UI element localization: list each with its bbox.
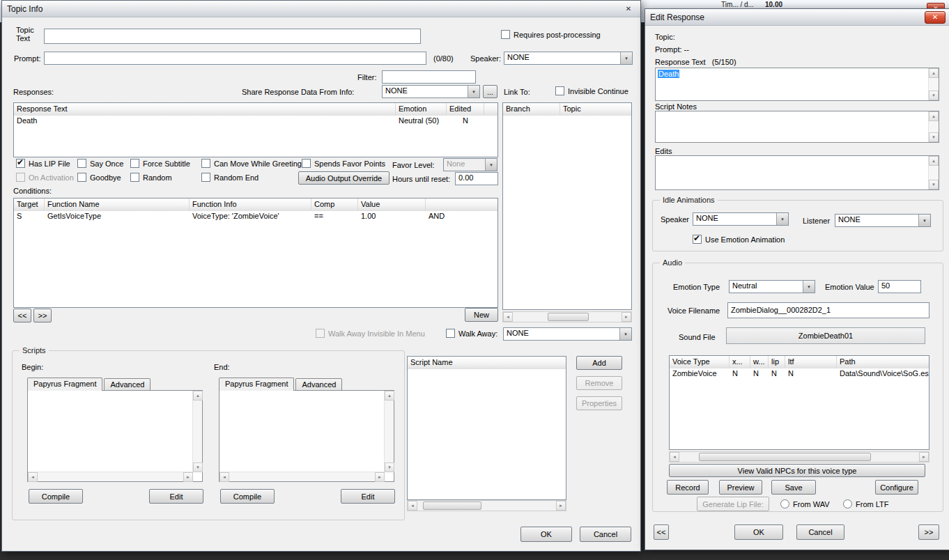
filter-input[interactable] [382, 70, 476, 84]
voice-row[interactable]: ZombieVoice N N N N Data\Sound\Voice\SoG… [670, 368, 929, 380]
hours-until-reset-input[interactable]: 0.00 [455, 172, 498, 185]
column-header-edited[interactable]: Edited [447, 103, 484, 115]
tab-begin-papyrus-fragment[interactable]: Papyrus Fragment [27, 378, 102, 391]
conditions-next-button[interactable]: >> [33, 309, 52, 322]
scroll-down-icon[interactable] [929, 180, 939, 189]
script-notes-editor[interactable] [655, 111, 939, 143]
preview-button[interactable]: Preview [719, 480, 762, 495]
idle-listener-dropdown[interactable]: NONE [835, 214, 931, 227]
column-header-voice-type[interactable]: Voice Type [670, 356, 730, 368]
scroll-left-icon[interactable] [670, 452, 679, 462]
speaker-dropdown[interactable]: NONE [504, 52, 633, 65]
can-move-while-greeting-checkbox[interactable]: Can Move While Greeting [201, 159, 302, 168]
topic-info-close-icon[interactable] [622, 3, 635, 15]
say-once-checkbox[interactable]: Say Once [77, 159, 123, 168]
scroll-up-icon[interactable] [929, 111, 939, 121]
spends-favor-box[interactable] [302, 159, 311, 168]
invisible-continue-box[interactable] [555, 86, 564, 95]
edits-vscrollbar[interactable] [928, 156, 939, 189]
has-lip-file-box[interactable] [16, 159, 25, 168]
sound-file-field[interactable]: ZombieDeath01 [726, 327, 925, 344]
scroll-left-icon[interactable] [219, 472, 229, 482]
end-compile-button[interactable]: Compile [220, 489, 275, 504]
edit-response-titlebar[interactable]: Edit Response [645, 9, 949, 26]
end-fragment-hscrollbar[interactable] [219, 472, 385, 481]
topic-text-input[interactable] [44, 29, 421, 44]
from-wav-radio[interactable]: From WAV [780, 499, 830, 508]
begin-fragment-hscrollbar[interactable] [28, 472, 193, 481]
emotion-type-dropdown[interactable]: Neutral [729, 280, 815, 293]
view-valid-npcs-button[interactable]: View Valid NPCs for this voice type [669, 464, 925, 477]
column-header-target[interactable]: Target [14, 199, 45, 210]
share-browse-button[interactable]: ... [483, 85, 497, 98]
scroll-left-icon[interactable] [408, 501, 417, 511]
column-header-x[interactable]: x... [730, 356, 750, 368]
branch-table-hscrollbar[interactable] [502, 311, 632, 322]
scroll-down-icon[interactable] [929, 132, 939, 142]
from-ltf-radio-circle[interactable] [843, 499, 852, 508]
chevron-down-icon[interactable] [803, 281, 815, 293]
scroll-thumb[interactable] [699, 453, 872, 461]
requires-post-processing-checkbox[interactable]: Requires post-processing [501, 30, 601, 39]
walk-away-dropdown[interactable]: NONE [503, 327, 632, 341]
begin-compile-button[interactable]: Compile [29, 489, 83, 504]
conditions-prev-button[interactable]: << [13, 309, 31, 322]
scroll-down-icon[interactable] [929, 91, 939, 100]
chevron-down-icon[interactable] [776, 213, 788, 225]
begin-fragment-editor[interactable] [27, 390, 203, 482]
random-box[interactable] [130, 173, 139, 182]
scroll-right-icon[interactable] [556, 501, 566, 511]
end-fragment-vscrollbar[interactable] [384, 391, 394, 472]
scroll-right-icon[interactable] [622, 312, 631, 322]
voice-filename-input[interactable]: ZombieDialog__000282D2_1 [727, 302, 929, 318]
ok-button[interactable]: OK [520, 527, 572, 542]
scroll-thumb[interactable] [423, 501, 481, 510]
column-header-branch[interactable]: Branch [503, 103, 560, 115]
scroll-right-icon[interactable] [919, 452, 929, 462]
scroll-up-icon[interactable] [385, 391, 394, 400]
ok-button[interactable]: OK [734, 524, 783, 540]
audio-output-override-button[interactable]: Audio Output Override [298, 171, 389, 185]
voice-table-hscrollbar[interactable] [669, 451, 929, 462]
from-ltf-radio[interactable]: From LTF [843, 499, 888, 508]
from-wav-radio-circle[interactable] [780, 499, 789, 508]
emotion-value-input[interactable]: 50 [878, 280, 921, 293]
tab-end-papyrus-fragment[interactable]: Papyrus Fragment [219, 378, 294, 391]
end-fragment-editor[interactable] [219, 390, 394, 482]
cancel-button[interactable]: Cancel [580, 527, 631, 542]
chevron-down-icon[interactable] [619, 328, 631, 340]
random-end-box[interactable] [201, 173, 210, 182]
can-move-box[interactable] [201, 159, 210, 168]
tab-begin-advanced[interactable]: Advanced [104, 378, 151, 391]
condition-row[interactable]: S GetIsVoiceType VoiceType: 'ZombieVoice… [14, 211, 497, 223]
edit-response-close-icon[interactable] [925, 11, 946, 24]
walk-away-checkbox[interactable]: Walk Away: [446, 329, 497, 338]
force-subtitle-checkbox[interactable]: Force Subtitle [130, 159, 190, 168]
save-button[interactable]: Save [771, 480, 816, 495]
column-header-topic[interactable]: Topic [560, 103, 631, 115]
next-response-button[interactable]: >> [918, 524, 939, 540]
response-text-editor[interactable]: Death [655, 68, 939, 101]
begin-fragment-vscrollbar[interactable] [192, 391, 202, 472]
record-button[interactable]: Record [667, 480, 709, 495]
column-header-ltf[interactable]: ltf [785, 356, 837, 368]
scroll-down-icon[interactable] [193, 462, 203, 472]
configure-button[interactable]: Configure [875, 480, 918, 495]
cancel-button[interactable]: Cancel [796, 524, 844, 540]
say-once-box[interactable] [77, 159, 86, 168]
chevron-down-icon[interactable] [918, 215, 930, 226]
response-row[interactable]: Death Neutral (50) N [14, 116, 497, 127]
use-emotion-animation-box[interactable] [693, 235, 702, 244]
requires-post-processing-box[interactable] [501, 30, 510, 39]
walk-away-box[interactable] [446, 329, 455, 338]
column-header-emotion[interactable]: Emotion [396, 103, 447, 115]
script-name-hscrollbar[interactable] [407, 500, 566, 511]
idle-speaker-dropdown[interactable]: NONE [693, 212, 789, 226]
random-checkbox[interactable]: Random [130, 173, 172, 182]
column-header-script-name[interactable]: Script Name [408, 357, 566, 368]
column-header-function-name[interactable]: Function Name [45, 199, 190, 210]
column-header-response-text[interactable]: Response Text [14, 103, 396, 115]
scroll-left-icon[interactable] [503, 312, 513, 322]
use-emotion-animation-checkbox[interactable]: Use Emotion Animation [693, 235, 785, 244]
scroll-track[interactable] [417, 501, 556, 511]
